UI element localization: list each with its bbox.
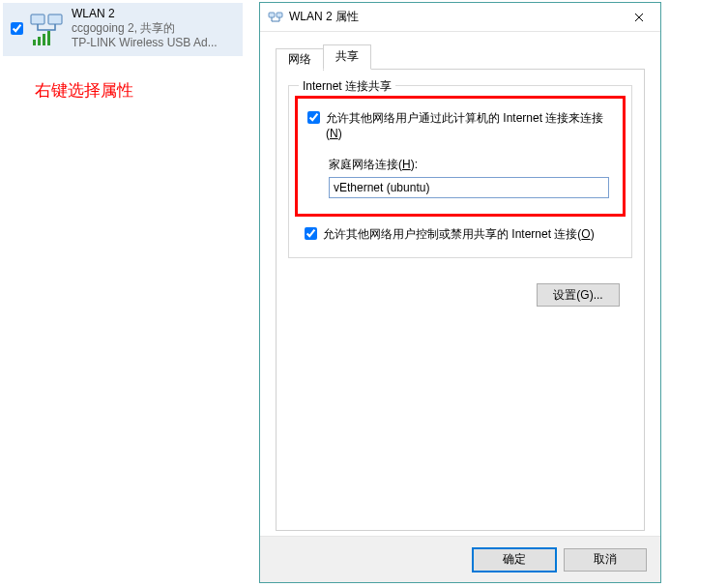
close-button[interactable] [618,3,660,31]
svg-rect-6 [269,13,275,17]
adapter-text-block: WLAN 2 ccgogoing 2, 共享的 TP-LINK Wireless… [72,7,218,50]
home-network-combo[interactable]: vEthernet (ubuntu) [329,177,609,198]
annotation-text: 右键选择属性 [35,79,133,102]
titlebar: WLAN 2 属性 [260,3,660,32]
dialog-body: 网络 共享 Internet 连接共享 允许其他网络用户通过此计算机的 Inte… [260,32,660,536]
properties-dialog: WLAN 2 属性 网络 共享 Internet 连接共享 允许其他网络用户通过… [259,2,661,583]
adapter-name: WLAN 2 [72,7,218,21]
adapter-driver: TP-LINK Wireless USB Ad... [72,36,218,50]
settings-button[interactable]: 设置(G)... [537,283,620,307]
svg-rect-2 [33,40,36,45]
allow-connect-checkbox[interactable] [307,111,320,124]
cancel-button[interactable]: 取消 [564,548,647,572]
adapter-ssid: ccgogoing 2, 共享的 [72,21,218,36]
svg-rect-1 [48,15,62,24]
allow-control-label[interactable]: 允许其他网络用户控制或禁用共享的 Internet 连接(O) [323,226,595,242]
allow-control-checkbox[interactable] [305,227,317,240]
svg-rect-5 [47,31,50,45]
svg-rect-4 [43,34,45,45]
allow-connect-row: 允许其他网络用户通过此计算机的 Internet 连接来连接(N) [307,110,613,141]
svg-rect-7 [277,13,282,17]
svg-rect-3 [38,37,41,45]
tab-strip: 网络 共享 [276,45,645,69]
allow-connect-label[interactable]: 允许其他网络用户通过此计算机的 Internet 连接来连接(N) [326,110,613,141]
adapter-titlebar-icon [268,10,283,25]
ics-fieldset: Internet 连接共享 允许其他网络用户通过此计算机的 Internet 连… [288,85,632,258]
dialog-title: WLAN 2 属性 [289,9,359,25]
highlight-box: 允许其他网络用户通过此计算机的 Internet 连接来连接(N) 家庭网络连接… [295,96,626,217]
tab-sharing[interactable]: 共享 [323,44,371,70]
close-icon [634,13,644,22]
home-network-block: 家庭网络连接(H): vEthernet (ubuntu) [329,157,613,198]
tab-panel-sharing: Internet 连接共享 允许其他网络用户通过此计算机的 Internet 连… [276,69,645,531]
tab-network[interactable]: 网络 [276,48,324,71]
network-adapter-item[interactable]: WLAN 2 ccgogoing 2, 共享的 TP-LINK Wireless… [3,3,243,56]
allow-control-row: 允许其他网络用户控制或禁用共享的 Internet 连接(O) [305,226,620,242]
home-network-label: 家庭网络连接(H): [329,157,613,173]
wifi-adapter-icon [29,11,66,47]
ok-button[interactable]: 确定 [473,548,556,572]
adapter-checkbox[interactable] [11,22,23,35]
dialog-footer: 确定 取消 [260,536,660,582]
home-network-value: vEthernet (ubuntu) [334,181,604,194]
svg-rect-0 [31,15,44,24]
ics-legend: Internet 连接共享 [299,78,395,95]
